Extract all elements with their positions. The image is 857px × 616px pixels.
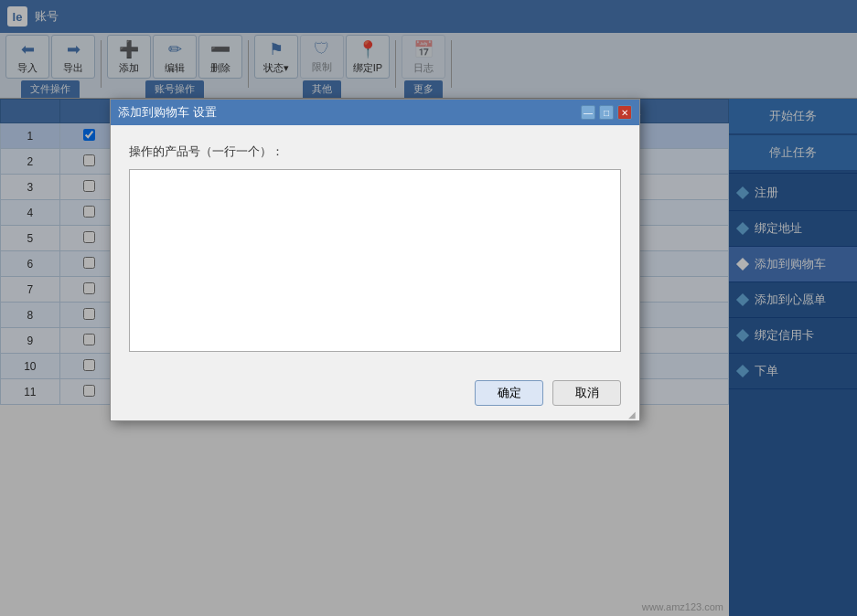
modal-titlebar-buttons: — □ ✕ <box>581 105 632 120</box>
product-numbers-input[interactable] <box>129 169 621 352</box>
modal-maximize-button[interactable]: □ <box>599 105 614 120</box>
modal-overlay: 添加到购物车 设置 — □ ✕ 操作的产品号（一行一个）： 确定 取消 ◢ <box>0 0 857 616</box>
cancel-button[interactable]: 取消 <box>552 380 621 406</box>
modal-dialog: 添加到购物车 设置 — □ ✕ 操作的产品号（一行一个）： 确定 取消 ◢ <box>110 99 640 421</box>
modal-minimize-button[interactable]: — <box>581 105 595 120</box>
modal-footer: 确定 取消 <box>111 369 639 420</box>
modal-close-button[interactable]: ✕ <box>617 105 632 120</box>
modal-body: 操作的产品号（一行一个）： <box>111 125 639 369</box>
modal-label: 操作的产品号（一行一个）： <box>129 143 621 160</box>
modal-titlebar: 添加到购物车 设置 — □ ✕ <box>111 100 639 125</box>
modal-title: 添加到购物车 设置 <box>118 104 217 121</box>
resize-handle[interactable]: ◢ <box>628 409 637 419</box>
confirm-button[interactable]: 确定 <box>475 380 543 406</box>
